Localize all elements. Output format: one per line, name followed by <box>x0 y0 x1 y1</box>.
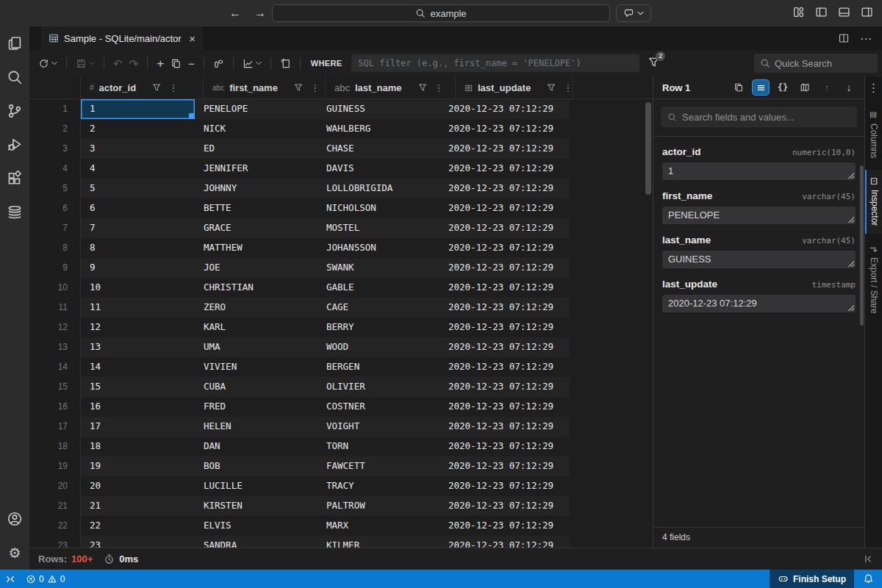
row-number[interactable]: 3 <box>29 139 81 159</box>
problems-indicator[interactable]: 0 0 <box>21 570 70 588</box>
cell-last-update[interactable]: 2020-12-23 07:12:29 <box>440 536 570 548</box>
side-tab[interactable]: ≣ Columns <box>865 104 882 165</box>
cell-actor-id[interactable]: 19 <box>81 456 195 476</box>
table-row[interactable]: 20 20 LUCILLE TRACY 2020-12-23 07:12:29 <box>29 476 653 496</box>
cell-first-name[interactable]: MATTHEW <box>195 238 318 258</box>
field-value-input[interactable]: GUINESS <box>662 251 856 268</box>
field-value-input[interactable]: 1 <box>662 162 856 180</box>
toggle-secondary-sidebar-icon[interactable] <box>861 6 873 18</box>
column-menu-icon[interactable]: ⋮ <box>434 82 444 93</box>
cell-first-name[interactable]: JOE <box>195 258 318 278</box>
remote-indicator[interactable] <box>0 570 21 588</box>
cell-first-name[interactable]: JOHNNY <box>195 179 318 198</box>
cell-last-update[interactable]: 2020-12-23 07:12:29 <box>440 298 570 318</box>
tab-close-icon[interactable]: × <box>189 32 196 45</box>
cell-last-name[interactable]: WAHLBERG <box>318 119 440 139</box>
tab-sample-sqlite-actor[interactable]: Sample - SQLite/main/actor × <box>41 26 203 50</box>
row-number[interactable]: 10 <box>29 278 81 298</box>
notifications-bell-icon[interactable] <box>854 570 882 588</box>
table-row[interactable]: 8 8 MATTHEW JOHANSSON 2020-12-23 07:12:2… <box>29 238 653 258</box>
inspector-scrollbar[interactable] <box>860 165 864 326</box>
table-row[interactable]: 6 6 BETTE NICHOLSON 2020-12-23 07:12:29 <box>29 198 653 218</box>
cell-first-name[interactable]: ELVIS <box>195 516 318 536</box>
sql-filter-input[interactable]: SQL filter (e.g., first_name = 'PENELOPE… <box>351 54 639 72</box>
cell-last-name[interactable]: JOHANSSON <box>318 238 440 258</box>
chart-view-button[interactable] <box>243 58 262 69</box>
cell-first-name[interactable]: SANDRA <box>195 536 318 548</box>
cell-last-update[interactable]: 2020-12-23 07:12:29 <box>440 99 570 119</box>
column-header[interactable]: # actor_id ⋮ <box>81 76 204 98</box>
cell-actor-id[interactable]: 6 <box>81 198 195 218</box>
row-number[interactable]: 20 <box>29 476 81 496</box>
cell-last-name[interactable]: FAWCETT <box>318 456 440 476</box>
cell-last-name[interactable]: TORN <box>318 437 440 456</box>
cell-last-update[interactable]: 2020-12-23 07:12:29 <box>440 218 570 238</box>
cell-last-name[interactable]: BERRY <box>318 318 440 337</box>
source-control-icon[interactable] <box>0 94 29 128</box>
cell-actor-id[interactable]: 11 <box>81 298 195 318</box>
cell-actor-id[interactable]: 22 <box>81 516 195 536</box>
table-row[interactable]: 4 4 JENNIFER DAVIS 2020-12-23 07:12:29 <box>29 159 653 179</box>
split-editor-icon[interactable] <box>838 32 850 44</box>
side-tab[interactable]: ↱ Export / Share <box>865 238 882 322</box>
cell-first-name[interactable]: VIVIEN <box>195 357 318 377</box>
cell-last-name[interactable]: NICHOLSON <box>318 198 440 218</box>
row-number[interactable]: 4 <box>29 159 81 179</box>
row-number[interactable]: 22 <box>29 516 81 536</box>
row-number[interactable]: 18 <box>29 437 81 456</box>
column-menu-icon[interactable]: ⋮ <box>310 82 320 93</box>
cell-last-update[interactable]: 2020-12-23 07:12:29 <box>440 119 570 139</box>
cell-last-update[interactable]: 2020-12-23 07:12:29 <box>440 456 570 476</box>
cell-actor-id[interactable]: 9 <box>81 258 195 278</box>
cell-last-name[interactable]: GUINESS <box>318 99 440 119</box>
cell-actor-id[interactable]: 7 <box>81 218 195 238</box>
cell-actor-id[interactable]: 17 <box>81 417 195 437</box>
cell-first-name[interactable]: CUBA <box>195 377 318 397</box>
column-header[interactable]: abc first_name ⋮ <box>204 76 326 98</box>
refresh-button[interactable] <box>38 58 57 69</box>
column-filter-icon[interactable] <box>546 82 556 93</box>
table-row[interactable]: 22 22 ELVIS MARX 2020-12-23 07:12:29 <box>29 516 653 536</box>
cell-actor-id[interactable]: 13 <box>81 337 195 357</box>
row-number[interactable]: 19 <box>29 456 81 476</box>
cell-last-name[interactable]: SWANK <box>318 258 440 278</box>
undo-button[interactable]: ↶ <box>113 58 123 69</box>
saved-filters-button[interactable]: 2 <box>648 56 660 71</box>
row-number[interactable]: 23 <box>29 536 81 548</box>
cell-first-name[interactable]: JENNIFER <box>195 159 318 179</box>
cell-last-name[interactable]: PALTROW <box>318 496 440 516</box>
database-icon[interactable] <box>0 196 29 229</box>
cell-last-update[interactable]: 2020-12-23 07:12:29 <box>440 417 570 437</box>
row-number[interactable]: 2 <box>29 119 81 139</box>
duplicate-row-button[interactable] <box>171 58 182 69</box>
cell-last-name[interactable]: MARX <box>318 516 440 536</box>
previous-row-button[interactable]: ↑ <box>819 80 835 95</box>
table-row[interactable]: 12 12 KARL BERRY 2020-12-23 07:12:29 <box>29 318 653 337</box>
row-number[interactable]: 16 <box>29 397 81 417</box>
cell-first-name[interactable]: KARL <box>195 318 318 337</box>
row-number[interactable]: 14 <box>29 357 81 377</box>
cell-first-name[interactable]: BOB <box>195 456 318 476</box>
cell-last-update[interactable]: 2020-12-23 07:12:29 <box>440 159 570 179</box>
table-vertical-scrollbar[interactable] <box>645 102 651 195</box>
table-row[interactable]: 3 3 ED CHASE 2020-12-23 07:12:29 <box>29 139 653 159</box>
cell-first-name[interactable]: KIRSTEN <box>195 496 318 516</box>
add-row-button[interactable]: + <box>157 57 164 70</box>
cell-actor-id[interactable]: 21 <box>81 496 195 516</box>
explorer-icon[interactable] <box>0 26 29 60</box>
run-debug-icon[interactable] <box>0 128 29 162</box>
cell-last-update[interactable]: 2020-12-23 07:12:29 <box>440 337 570 357</box>
table-row[interactable]: 5 5 JOHNNY LOLLOBRIGIDA 2020-12-23 07:12… <box>29 179 653 198</box>
command-center-search[interactable]: example <box>272 4 610 22</box>
cell-last-update[interactable]: 2020-12-23 07:12:29 <box>440 496 570 516</box>
cell-last-update[interactable]: 2020-12-23 07:12:29 <box>440 238 570 258</box>
field-value-input[interactable]: PENELOPE <box>662 207 856 224</box>
cell-last-name[interactable]: LOLLOBRIGIDA <box>318 179 440 198</box>
table-row[interactable]: 16 16 FRED COSTNER 2020-12-23 07:12:29 <box>29 397 653 417</box>
row-number[interactable]: 1 <box>29 99 81 119</box>
cell-actor-id[interactable]: 18 <box>81 437 195 456</box>
cell-last-update[interactable]: 2020-12-23 07:12:29 <box>440 258 570 278</box>
cell-last-update[interactable]: 2020-12-23 07:12:29 <box>440 357 570 377</box>
save-button[interactable] <box>76 58 95 69</box>
column-filter-icon[interactable] <box>417 82 428 93</box>
